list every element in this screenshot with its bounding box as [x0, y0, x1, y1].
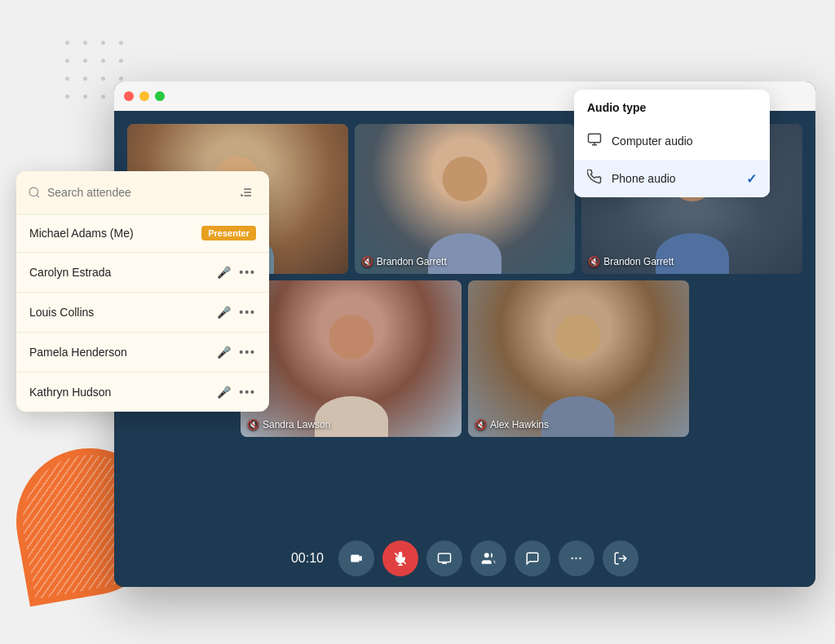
attendee-more-carolyn[interactable]: •••: [239, 266, 256, 279]
camera-button[interactable]: [338, 540, 374, 576]
timer-display: 00:10: [291, 551, 324, 566]
mic-muted-icon-sandra: 🔇: [247, 419, 259, 430]
attendee-row-carolyn[interactable]: Carolyn Estrada 🎤 •••: [16, 253, 269, 293]
tile-name-brandon2: 🔇 Brandon Garrett: [588, 256, 674, 267]
attendee-name-michael: Michael Adams (Me): [29, 227, 195, 240]
attendee-more-louis[interactable]: •••: [239, 306, 256, 319]
attendee-name-carolyn: Carolyn Estrada: [29, 266, 209, 279]
participants-button[interactable]: [471, 540, 506, 576]
attendee-actions-louis: 🎤 •••: [215, 304, 256, 320]
participants-icon: [481, 551, 496, 566]
minimize-button[interactable]: [139, 91, 149, 101]
attendee-mic-pamela[interactable]: 🎤: [215, 344, 232, 360]
audio-option-phone[interactable]: Phone audio ✓: [574, 160, 770, 197]
mic-muted-icon-brandon1: 🔇: [361, 256, 373, 267]
audio-dropdown-title: Audio type: [574, 90, 770, 122]
camera-icon: [349, 551, 364, 566]
attendee-name-kathryn: Kathryn Hudson: [29, 386, 209, 399]
mic-off-icon: [393, 551, 408, 566]
svg-point-1: [29, 187, 38, 196]
screen-share-icon: [437, 551, 452, 566]
attendee-more-pamela[interactable]: •••: [239, 346, 256, 359]
close-button[interactable]: [124, 91, 134, 101]
more-icon: ···: [571, 552, 583, 565]
attendee-actions-carolyn: 🎤 •••: [215, 264, 256, 280]
controls-bar: 00:10: [114, 530, 815, 587]
maximize-button[interactable]: [155, 91, 165, 101]
attendee-actions-kathryn: 🎤 •••: [215, 384, 256, 400]
presenter-badge: Presenter: [201, 226, 256, 240]
attendee-row-michael[interactable]: Michael Adams (Me) Presenter: [16, 214, 269, 253]
attendee-name-pamela: Pamela Henderson: [29, 346, 209, 359]
attendee-mic-carolyn[interactable]: 🎤: [215, 264, 232, 280]
chat-icon: [525, 551, 540, 566]
screen-share-button[interactable]: [426, 540, 462, 576]
tile-name-alex: 🔇 Alex Hawkins: [475, 419, 549, 430]
attendee-row-louis[interactable]: Louis Collins 🎤 •••: [16, 293, 269, 333]
mute-button[interactable]: [382, 540, 418, 576]
svg-rect-5: [589, 134, 601, 143]
selected-checkmark: ✓: [746, 171, 757, 187]
more-button[interactable]: ···: [559, 540, 594, 576]
audio-option-computer[interactable]: Computer audio: [574, 122, 770, 160]
chat-button[interactable]: [515, 540, 550, 576]
svg-rect-0: [439, 554, 451, 562]
video-tile-alex: 🔇 Alex Hawkins: [468, 280, 689, 437]
attendee-actions-pamela: 🎤 •••: [215, 344, 256, 360]
attendee-row-pamela[interactable]: Pamela Henderson 🎤 •••: [16, 333, 269, 373]
attendee-row-kathryn[interactable]: Kathryn Hudson 🎤 •••: [16, 373, 269, 412]
tile-name-sandra: 🔇 Sandra Lawson: [247, 419, 330, 430]
leave-button[interactable]: [603, 540, 638, 576]
attendee-more-kathryn[interactable]: •••: [239, 386, 256, 399]
search-bar: [16, 171, 269, 214]
video-tile-brandon1: 🔇 Brandon Garrett: [355, 124, 576, 274]
computer-audio-icon: [587, 132, 602, 150]
attendee-mic-louis[interactable]: 🎤: [215, 304, 232, 320]
sort-button[interactable]: [235, 181, 258, 204]
phone-audio-label: Phone audio: [612, 172, 736, 185]
phone-audio-icon: [587, 170, 602, 187]
computer-audio-label: Computer audio: [612, 135, 757, 148]
attendees-panel: Michael Adams (Me) Presenter Carolyn Est…: [16, 171, 269, 412]
tile-name-brandon1: 🔇 Brandon Garrett: [361, 256, 447, 267]
audio-type-dropdown: Audio type Computer audio Phone audio ✓: [574, 90, 770, 197]
leave-icon: [613, 551, 628, 566]
search-attendee-input[interactable]: [47, 186, 228, 199]
mic-muted-icon-alex: 🔇: [475, 419, 487, 430]
mic-muted-icon-brandon2: 🔇: [588, 256, 600, 267]
search-icon: [28, 186, 41, 199]
attendee-mic-kathryn[interactable]: 🎤: [215, 384, 232, 400]
video-tile-sandra: 🔇 Sandra Lawson: [241, 280, 462, 437]
attendee-name-louis: Louis Collins: [29, 306, 209, 319]
